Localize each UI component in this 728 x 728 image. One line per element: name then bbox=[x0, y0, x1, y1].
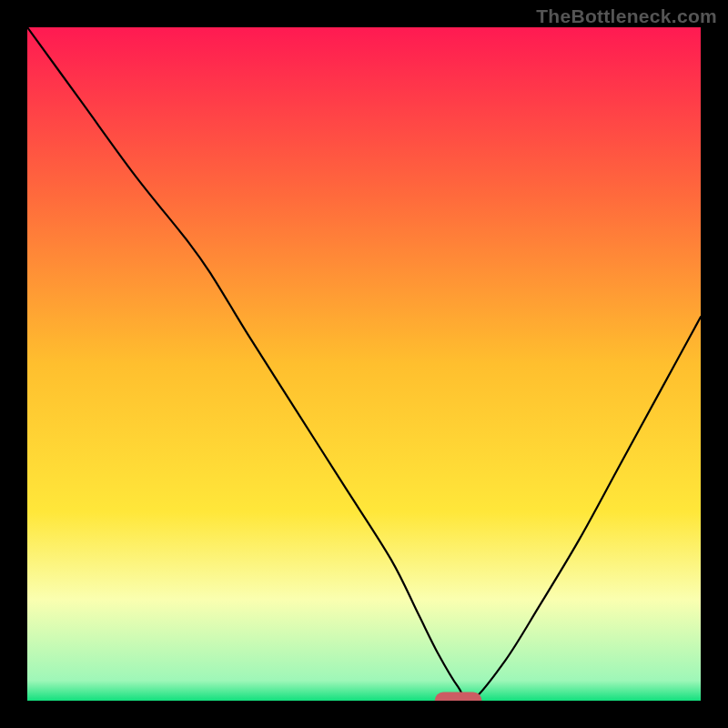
chart-background bbox=[27, 27, 701, 701]
optimal-marker bbox=[435, 692, 482, 701]
chart-plot-area bbox=[27, 27, 701, 701]
watermark-label: TheBottleneck.com bbox=[536, 5, 717, 27]
chart-frame: TheBottleneck.com bbox=[0, 0, 728, 728]
chart-svg bbox=[27, 27, 701, 701]
